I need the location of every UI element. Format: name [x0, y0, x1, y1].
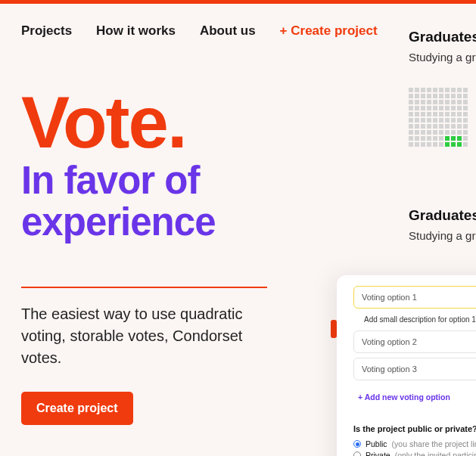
hero-divider: [21, 287, 267, 288]
grid-dot: [445, 118, 450, 123]
radio-icon-selected: [353, 440, 361, 448]
grid-dot: [451, 100, 456, 104]
grid-dot: [457, 100, 462, 104]
grid-dot: [433, 100, 437, 104]
grid-dot: [415, 142, 419, 147]
grid-dot: [427, 118, 431, 123]
grid-dot: [439, 88, 443, 92]
grid-dot: [457, 118, 462, 123]
grid-dot: [409, 142, 413, 147]
grid-dot: [427, 94, 431, 98]
visibility-question-label: Is the project public or private?: [353, 424, 476, 433]
grid-dot: [451, 142, 456, 147]
dot-grid-chart: [409, 88, 476, 147]
grid-dot: [439, 100, 443, 104]
grid-dot: [409, 118, 413, 123]
grid-dot: [445, 94, 450, 98]
grid-dot: [445, 130, 450, 135]
grid-dot: [463, 142, 468, 147]
grid-dot: [451, 88, 456, 92]
preview-card: Graduates Studying a gra: [409, 29, 476, 147]
card-subtitle: Studying a gra: [409, 51, 476, 64]
grid-dot: [451, 94, 456, 98]
voting-option-1-input[interactable]: Voting option 1: [353, 286, 476, 309]
grid-dot: [427, 112, 431, 116]
grid-dot: [415, 124, 419, 129]
grid-dot: [415, 118, 419, 123]
grid-dot: [451, 136, 456, 141]
nav-projects[interactable]: Projects: [21, 23, 72, 39]
voting-option-3-input[interactable]: Voting option 3: [353, 358, 476, 380]
card-title: Graduates: [409, 29, 476, 45]
grid-dot: [445, 142, 450, 147]
grid-dot: [463, 124, 468, 129]
hero-section: Vote. In favor of experience: [0, 46, 333, 243]
grid-dot: [439, 136, 443, 141]
grid-dot: [433, 124, 437, 129]
grid-dot: [439, 130, 443, 135]
radio-public[interactable]: Public (you share the project link and t…: [353, 439, 476, 448]
grid-dot: [415, 94, 419, 98]
voting-option-2-input[interactable]: Voting option 2: [353, 330, 476, 353]
grid-dot: [457, 124, 462, 129]
grid-dot: [457, 136, 462, 141]
grid-dot: [421, 136, 425, 141]
grid-dot: [439, 94, 443, 98]
radio-public-label: Public: [366, 439, 387, 448]
grid-dot: [457, 88, 462, 92]
preview-cards-column: Graduates Studying a gra Graduates Study…: [409, 29, 476, 302]
add-voting-option-button[interactable]: + Add new voting option: [353, 385, 476, 408]
radio-icon-unselected: [353, 451, 361, 456]
grid-dot: [409, 106, 413, 110]
grid-dot: [415, 106, 419, 110]
grid-dot: [433, 136, 437, 141]
card-subtitle: Studying a gra: [409, 229, 476, 242]
grid-dot: [433, 94, 437, 98]
grid-dot: [433, 142, 437, 147]
grid-dot: [433, 118, 437, 123]
grid-dot: [415, 112, 419, 116]
card-title: Graduates: [409, 207, 476, 224]
grid-dot: [457, 94, 462, 98]
grid-dot: [463, 118, 468, 123]
nav-how-it-works[interactable]: How it works: [96, 23, 176, 39]
grid-dot: [445, 106, 450, 110]
radio-private[interactable]: Private (only the invited participants c…: [353, 451, 476, 456]
grid-dot: [433, 88, 437, 92]
grid-dot: [421, 112, 425, 116]
grid-dot: [463, 100, 468, 104]
create-project-button[interactable]: Create project: [21, 392, 133, 425]
grid-dot: [439, 106, 443, 110]
grid-dot: [427, 100, 431, 104]
radio-private-hint: (only the invited participants ca: [395, 451, 476, 456]
grid-dot: [409, 94, 413, 98]
grid-dot: [427, 136, 431, 141]
nav-about-us[interactable]: About us: [200, 23, 256, 39]
grid-dot: [445, 124, 450, 129]
grid-dot: [415, 88, 419, 92]
grid-dot: [427, 142, 431, 147]
grid-dot: [463, 88, 468, 92]
grid-dot: [421, 130, 425, 135]
grid-dot: [463, 112, 468, 116]
decorative-red-chip: [331, 320, 337, 338]
grid-dot: [421, 94, 425, 98]
grid-dot: [439, 112, 443, 116]
grid-dot: [421, 88, 425, 92]
option-desc-label: Add small description for option 1: [364, 315, 476, 324]
grid-dot: [415, 136, 419, 141]
nav-create-project[interactable]: + Create project: [280, 23, 378, 39]
grid-dot: [427, 106, 431, 110]
grid-dot: [457, 112, 462, 116]
grid-dot: [463, 136, 468, 141]
grid-dot: [451, 130, 456, 135]
hero-subhead: The easiest way to use quadratic voting,…: [0, 303, 303, 369]
grid-dot: [409, 136, 413, 141]
option-1-add-description[interactable]: Add small description for option 1 ⌄: [353, 313, 476, 326]
grid-dot: [463, 130, 468, 135]
grid-dot: [421, 124, 425, 129]
grid-dot: [451, 124, 456, 129]
grid-dot: [445, 88, 450, 92]
grid-dot: [427, 124, 431, 129]
grid-dot: [439, 124, 443, 129]
